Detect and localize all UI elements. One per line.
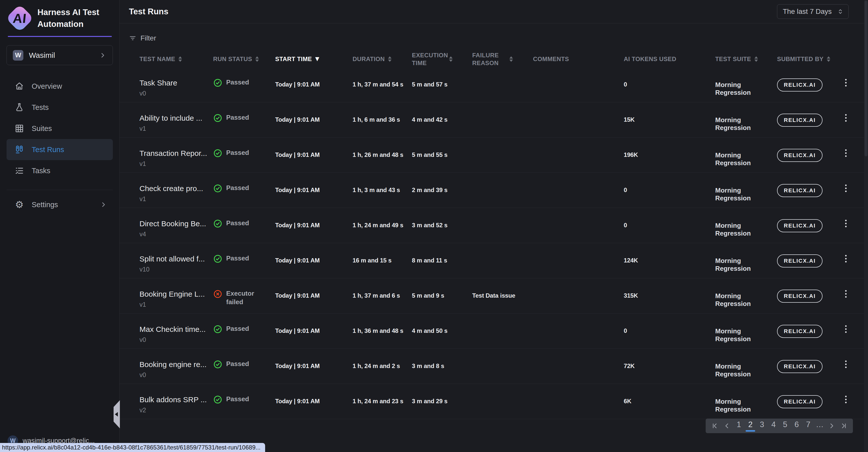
scrollbar-track bbox=[864, 0, 868, 452]
sidebar-item-overview[interactable]: Overview bbox=[6, 76, 113, 97]
kebab-menu-icon[interactable] bbox=[843, 396, 849, 403]
pagination-area: 1 2 3 4 5 bbox=[120, 419, 868, 433]
column-header[interactable]: AI TOKENS USED ▼ bbox=[624, 55, 715, 63]
kebab-menu-icon[interactable] bbox=[843, 290, 849, 298]
cell-start-time: Today | 9:01 AM bbox=[275, 102, 352, 137]
kebab-menu-icon[interactable] bbox=[843, 114, 849, 122]
cell-test-name[interactable]: Task Share v0 bbox=[140, 67, 213, 102]
sidebar-item-settings[interactable]: ⚙ Settings bbox=[6, 194, 113, 215]
cell-duration: 1 h, 37 m and 54 s bbox=[352, 67, 412, 102]
first-page-button[interactable] bbox=[709, 419, 721, 433]
cell-run-status: Passed bbox=[213, 313, 275, 349]
column-header[interactable]: FAILURE REASON ▼ bbox=[472, 51, 533, 67]
cell-comments bbox=[533, 278, 624, 313]
workspace-selector[interactable]: W Wasimil bbox=[6, 45, 113, 65]
column-header[interactable]: RUN STATUS ▼ bbox=[213, 55, 275, 63]
page-number-button[interactable]: 1 bbox=[733, 420, 744, 432]
test-version: v4 bbox=[140, 231, 213, 238]
cell-test-name[interactable]: Booking Engine L... v1 bbox=[140, 278, 213, 313]
cell-test-name[interactable]: Direct Booking Be... v4 bbox=[140, 208, 213, 243]
sidebar-item-test-runs[interactable]: Test Runs bbox=[6, 139, 113, 160]
cell-submitted-by: RELICX.AI bbox=[777, 243, 837, 278]
cell-test-suite: Morning Regression bbox=[715, 313, 777, 349]
column-header[interactable]: EXECUTION TIME ▼ bbox=[412, 51, 472, 67]
table-row[interactable]: Booking Engine L... v1 Executor failed T… bbox=[120, 278, 868, 313]
cell-test-name[interactable]: Max Checkin time... v0 bbox=[140, 313, 213, 349]
next-page-button[interactable] bbox=[826, 419, 837, 433]
page-number-button[interactable]: 7 bbox=[803, 420, 814, 432]
cell-run-status: Passed bbox=[213, 384, 275, 419]
column-header[interactable]: COMMENTS ▼ bbox=[533, 55, 624, 63]
table-row[interactable]: Max Checkin time... v0 Passed Today | 9:… bbox=[120, 313, 868, 349]
cell-start-time: Today | 9:01 AM bbox=[275, 243, 352, 278]
table-row[interactable]: Ability to include ... v1 Passed Today |… bbox=[120, 102, 868, 138]
cell-test-name[interactable]: Ability to include ... v1 bbox=[140, 102, 213, 137]
column-header[interactable]: TEST NAME ▼ bbox=[140, 55, 213, 63]
grid-icon bbox=[14, 123, 25, 134]
kebab-menu-icon[interactable] bbox=[843, 184, 849, 192]
kebab-menu-icon[interactable] bbox=[843, 149, 849, 157]
cell-run-status: Passed bbox=[213, 173, 275, 208]
column-label: DURATION bbox=[352, 55, 385, 63]
sidebar-item-tasks[interactable]: Tasks bbox=[6, 160, 113, 181]
cell-failure-reason bbox=[472, 138, 533, 173]
sidebar-item-tests[interactable]: Tests bbox=[6, 97, 113, 118]
last-page-button[interactable] bbox=[838, 419, 849, 433]
table-row[interactable]: Direct Booking Be... v4 Passed Today | 9… bbox=[120, 208, 868, 243]
cell-execution-time: 5 m and 9 s bbox=[412, 278, 472, 313]
submitted-by-badge: RELICX.AI bbox=[777, 184, 823, 197]
page-number-button[interactable]: 3 bbox=[756, 420, 768, 432]
page-number-button[interactable]: 4 bbox=[768, 420, 779, 432]
page-number-button[interactable]: 5 bbox=[779, 420, 790, 432]
kebab-menu-icon[interactable] bbox=[843, 255, 849, 263]
cell-execution-time: 4 m and 50 s bbox=[412, 313, 472, 349]
page-number-button[interactable]: 2 bbox=[745, 420, 756, 432]
cell-actions bbox=[837, 67, 868, 102]
cell-test-name[interactable]: Check create pro... v1 bbox=[140, 173, 213, 208]
kebab-menu-icon[interactable] bbox=[843, 79, 849, 87]
column-header[interactable]: DURATION ▼ bbox=[352, 55, 412, 63]
cell-test-name[interactable]: Split not allowed f... v10 bbox=[140, 243, 213, 278]
kebab-menu-icon[interactable] bbox=[843, 361, 849, 368]
cell-test-name[interactable]: Transaction Repor... v1 bbox=[140, 138, 213, 173]
column-header[interactable]: SUBMITTED BY ▼ bbox=[777, 55, 837, 63]
date-range-select[interactable]: The last 7 Days bbox=[777, 4, 849, 19]
kebab-menu-icon[interactable] bbox=[843, 325, 849, 333]
table-row[interactable]: Check create pro... v1 Passed Today | 9:… bbox=[120, 173, 868, 208]
table-row[interactable]: Transaction Repor... v1 Passed Today | 9… bbox=[120, 138, 868, 173]
status-icon bbox=[213, 78, 222, 88]
cell-execution-time: 4 m and 42 s bbox=[412, 102, 472, 137]
column-label: COMMENTS bbox=[533, 55, 569, 63]
filter-button[interactable]: Filter bbox=[129, 33, 179, 43]
test-version: v1 bbox=[140, 160, 213, 168]
select-chevrons-icon bbox=[837, 8, 844, 15]
cell-run-status: Passed bbox=[213, 138, 275, 173]
cell-submitted-by: RELICX.AI bbox=[777, 384, 837, 419]
row-spacer bbox=[120, 138, 140, 173]
row-spacer bbox=[120, 243, 140, 278]
cell-failure-reason bbox=[472, 313, 533, 349]
scrollbar-thumb[interactable] bbox=[865, 0, 868, 156]
cell-comments bbox=[533, 349, 624, 384]
cell-run-status: Passed bbox=[213, 243, 275, 278]
page-number-button[interactable]: … bbox=[814, 420, 825, 432]
column-header[interactable]: TEST SUITE ▼ bbox=[715, 55, 777, 63]
table-row[interactable]: Bulk addons SRP ... v2 Passed Today | 9:… bbox=[120, 384, 868, 419]
table-row[interactable]: Booking engine re... v0 Passed Today | 9… bbox=[120, 349, 868, 384]
app-logo-row: AI Harness AI Test Automation bbox=[0, 0, 119, 33]
pagination: 1 2 3 4 5 bbox=[706, 419, 853, 433]
cell-test-name[interactable]: Booking engine re... v0 bbox=[140, 349, 213, 384]
table-row[interactable]: Split not allowed f... v10 Passed Today … bbox=[120, 243, 868, 278]
page-number-button[interactable]: 6 bbox=[791, 420, 802, 432]
prev-page-button[interactable] bbox=[721, 419, 733, 433]
sort-arrows-icon bbox=[754, 56, 758, 62]
cell-test-name[interactable]: Bulk addons SRP ... v2 bbox=[140, 384, 213, 419]
column-label: AI TOKENS USED bbox=[624, 55, 676, 63]
status-icon bbox=[213, 149, 222, 158]
status-icon bbox=[213, 289, 222, 299]
date-range-value: The last 7 Days bbox=[783, 7, 834, 16]
sidebar-item-suites[interactable]: Suites bbox=[6, 118, 113, 139]
column-header[interactable]: START TIME ▼ bbox=[275, 55, 352, 63]
kebab-menu-icon[interactable] bbox=[843, 220, 849, 227]
table-row[interactable]: Task Share v0 Passed Today | 9:01 AM 1 h… bbox=[120, 67, 868, 102]
